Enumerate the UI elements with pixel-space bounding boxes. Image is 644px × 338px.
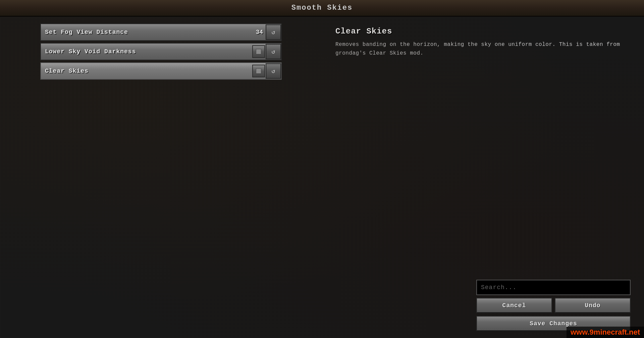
button-row: Cancel Undo	[476, 298, 631, 313]
page-title: Smooth Skies	[291, 4, 353, 12]
checkbox-inner-sky-void	[256, 49, 261, 54]
reset-button-sky-void[interactable]: ↺	[266, 44, 281, 59]
search-input[interactable]	[476, 280, 631, 295]
setting-label-sky-void: Lower Sky Void Darkness	[41, 48, 252, 55]
top-bar: Smooth Skies	[0, 0, 644, 17]
checkbox-inner-clear-skies	[256, 68, 261, 74]
bottom-section: Cancel Undo Save Changes	[476, 280, 631, 331]
setting-row-clear-skies[interactable]: Clear Skies ↺	[40, 62, 282, 80]
settings-panel: Set Fog View Distance 34 ↺ Lower Sky Voi…	[0, 17, 322, 338]
reset-button-fog[interactable]: ↺	[266, 24, 281, 40]
setting-label-fog: Set Fog View Distance	[41, 29, 256, 36]
setting-label-clear-skies: Clear Skies	[41, 68, 252, 74]
checkbox-sky-void[interactable]	[252, 45, 265, 58]
undo-button[interactable]: Undo	[555, 298, 631, 313]
setting-value-fog: 34	[256, 29, 266, 36]
setting-row-fog[interactable]: Set Fog View Distance 34 ↺	[40, 23, 282, 41]
setting-row-sky-void[interactable]: Lower Sky Void Darkness ↺	[40, 43, 282, 60]
reset-button-clear-skies[interactable]: ↺	[266, 63, 281, 79]
checkbox-clear-skies[interactable]	[252, 65, 265, 77]
watermark: www.9minecraft.net	[567, 327, 644, 338]
watermark-text: www.9minecraft.net	[571, 328, 640, 336]
info-description: Removes banding on the horizon, making t…	[335, 41, 631, 58]
info-title: Clear Skies	[335, 27, 631, 36]
cancel-button[interactable]: Cancel	[476, 298, 552, 313]
